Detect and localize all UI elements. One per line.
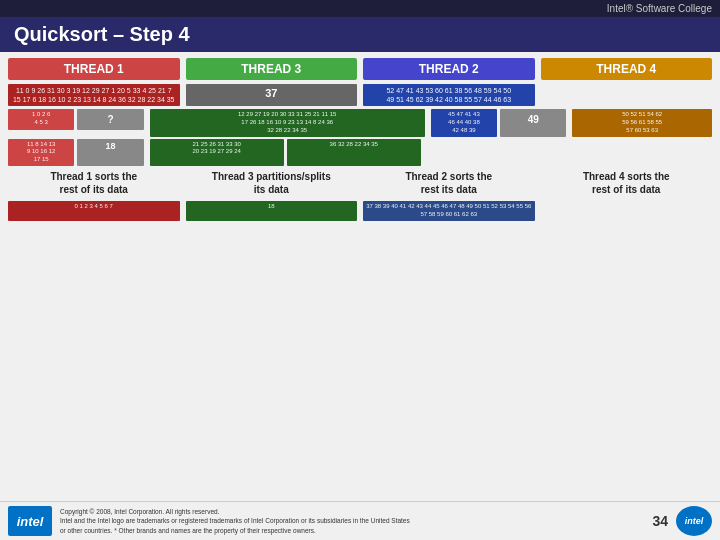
intel-logo-right: intel [676,506,712,536]
main-content: THREAD 1 THREAD 3 THREAD 2 THREAD 4 11 0… [0,52,720,501]
t2-sub-empty [427,139,567,166]
t1-sub-pivot: 18 [77,139,143,166]
t1-top-data: 11 0 9 26 31 30 3 19 12 29 27 1 20 5 33 … [8,84,180,106]
intel-logo: intel [8,506,52,536]
thread3-header: THREAD 3 [186,58,358,80]
t1-sub-data: 11 8 14 139 10 16 1217 15 [8,139,74,166]
t2-label: Thread 2 sorts therest its data [363,168,535,198]
t4-label: Thread 4 sorts therest of its data [541,168,713,198]
t4-bottom-empty [541,201,713,221]
t4-mid-data: 50 52 51 54 6259 56 61 58 5557 60 53 63 [572,109,712,136]
t2-mid-pivot: 49 [500,109,566,136]
t3-sub-right: 36 32 28 22 34 35 [287,139,421,166]
thread2-header: THREAD 2 [363,58,535,80]
t3-mid-data: 12 29 27 19 20 30 33 31 25 21 11 1517 26… [150,109,425,136]
t1-mid-left: 1 0 2 64 5 3 [8,109,74,130]
t2-bottom: 37 38 39 40 41 42 43 44 45 46 47 48 49 5… [363,201,535,221]
labels-row: Thread 1 sorts therest of its data Threa… [8,168,712,198]
footer: intel Copyright © 2008, Intel Corporatio… [0,501,720,540]
page-number: 34 [652,513,668,529]
t1-bottom: 0 1 2 3 4 5 6 7 [8,201,180,221]
t4-sub-empty [572,139,712,166]
t2-mid-data: 45 47 41 4346 44 40 3842 48 39 [431,109,497,136]
t3-bottom: 18 [186,201,358,221]
brand-bar: Intel® Software College [0,0,720,17]
sub2-row: 11 8 14 139 10 16 1217 15 18 21 25 26 31… [8,139,712,166]
t1-label: Thread 1 sorts therest of its data [8,168,180,198]
top-data-row: 11 0 9 26 31 30 3 19 12 29 27 1 20 5 33 … [8,84,712,106]
bottom-data-row: 0 1 2 3 4 5 6 7 18 37 38 39 40 41 42 43 … [8,201,712,221]
thread-headers: THREAD 1 THREAD 3 THREAD 2 THREAD 4 [8,58,712,80]
footer-text: Copyright © 2008, Intel Corporation. All… [60,507,644,534]
thread4-header: THREAD 4 [541,58,713,80]
t1-mid-pivot: ? [77,109,143,130]
t2-top-data: 52 47 41 43 53 60 61 38 56 48 59 54 5049… [363,84,535,106]
page-title: Quicksort – Step 4 [0,17,720,52]
t3-pivot: 37 [186,84,358,106]
mid-row: 1 0 2 64 5 3 ? 12 29 27 19 20 30 33 31 2… [8,109,712,136]
t3-sub-left: 21 25 26 31 33 3020 23 19 27 29 24 [150,139,284,166]
t4-top-empty [541,84,713,106]
brand-text: Intel® Software College [607,3,712,14]
t3-label: Thread 3 partitions/splitsits data [186,168,358,198]
thread1-header: THREAD 1 [8,58,180,80]
